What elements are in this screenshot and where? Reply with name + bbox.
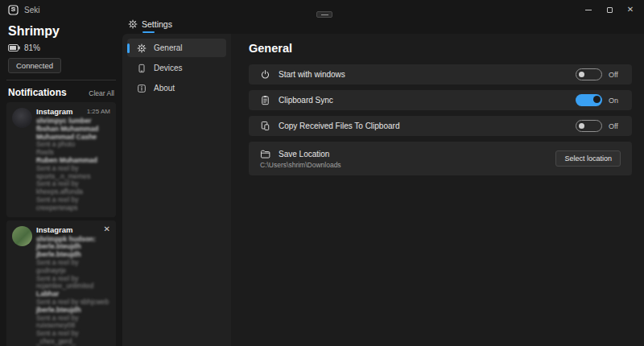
close-icon: ✕ [627, 6, 634, 14]
notification-avatar [12, 108, 32, 128]
window-controls: ✕ [578, 0, 641, 19]
device-sidebar: Shrimpy 81% Connected Notifications Clea… [0, 19, 122, 346]
sidebar-item-about[interactable]: About [127, 79, 226, 97]
notification-card[interactable]: Instagram✕shrimppk hudson: jberle.bteujd… [6, 220, 116, 346]
maximize-icon [607, 7, 613, 13]
setting-row-copy-received-files: Copy Received Files To Clipboard Off [249, 116, 632, 136]
notification-line: Sent a reel by ruixsemey08 [36, 315, 110, 331]
device-icon [137, 64, 147, 73]
general-settings-panel: General Start with windows Off [231, 34, 644, 346]
notification-line: Sent a reel by sports_.n_memes [36, 165, 110, 181]
notification-timestamp: 1:25 AM [87, 108, 110, 115]
select-location-button[interactable]: Select location [555, 150, 621, 167]
minimize-button[interactable] [578, 2, 599, 18]
setting-label: Save Location [279, 150, 555, 159]
close-button[interactable]: ✕ [620, 2, 641, 18]
setting-row-save-location: Save Location C:\Users\shrim\Downloads S… [249, 142, 632, 175]
setting-label: Copy Received Files To Clipboard [279, 122, 576, 130]
sidebar-item-general[interactable]: General [127, 39, 226, 57]
tab-strip: Settings [122, 19, 644, 34]
app-title: Seki [24, 6, 39, 14]
device-name: Shrimpy [0, 23, 122, 39]
save-location-path: C:\Users\shrim\Downloads [260, 161, 555, 169]
connection-status-badge[interactable]: Connected [8, 58, 61, 73]
clipboard-sync-toggle[interactable] [576, 94, 602, 106]
setting-row-start-with-windows: Start with windows Off [249, 64, 632, 84]
toggle-state-label: Off [609, 122, 621, 130]
notification-app-name: Instagram [36, 107, 87, 116]
copy-received-files-toggle[interactable] [576, 120, 602, 132]
drag-handle-pill[interactable] [316, 11, 332, 18]
notification-list: Instagram1:25 AMshrimpyc lumber fbshan M… [0, 102, 122, 346]
notification-card[interactable]: Instagram1:25 AMshrimpyc lumber fbshan M… [6, 102, 116, 217]
notification-body: shrimppk hudson: jberle.bteujdhjberle.bt… [36, 236, 110, 346]
battery-percent: 81% [24, 43, 40, 52]
notification-line: shrimpyc lumber fbshan Muhammad [36, 117, 110, 134]
notification-line: Sent a reel by godnayrje [36, 259, 110, 275]
notification-line: Sent a reel by _chex_gerd_ [36, 330, 110, 346]
notification-close-icon[interactable]: ✕ [104, 225, 110, 233]
battery-status: 81% [0, 39, 122, 52]
clipboard-icon [260, 95, 270, 105]
notification-line: Sent a reel by kheeps.affonda [36, 180, 110, 196]
active-tab-indicator [142, 31, 155, 34]
battery-icon [8, 44, 20, 51]
info-icon [137, 84, 147, 93]
sidebar-item-devices[interactable]: Devices [127, 59, 226, 77]
copy-icon [260, 121, 270, 131]
notification-line: Sent a reel by creepersnaps [36, 196, 110, 212]
sidebar-item-label: General [154, 43, 183, 52]
notification-body: shrimpyc lumber fbshan MuhammadMuhammad … [36, 117, 110, 212]
notifications-heading: Notifications [8, 87, 67, 98]
setting-label: Start with windows [279, 70, 576, 79]
tab-settings[interactable]: Settings [128, 19, 172, 33]
page-title: General [249, 42, 632, 55]
notification-line: Sent a reel by rejamlee_unlimited [36, 275, 110, 291]
notification-line: shrimppk hudson: jberle.bteujdh [36, 236, 110, 252]
setting-label: Clipboard Sync [279, 96, 576, 105]
sidebar-item-label: Devices [154, 64, 183, 72]
sidebar-item-label: About [154, 84, 175, 93]
title-bar: Seki ✕ [0, 0, 644, 19]
gear-icon [128, 19, 138, 29]
clear-all-link[interactable]: Clear All [89, 89, 114, 97]
toggle-state-label: Off [609, 71, 621, 79]
folder-icon [260, 149, 270, 159]
selected-indicator [127, 43, 130, 53]
minimize-icon [585, 10, 592, 10]
notification-avatar [12, 226, 32, 246]
toggle-state-label: On [609, 97, 621, 105]
settings-nav-panel: General Devices About [122, 34, 231, 346]
seki-logo-icon [8, 5, 19, 15]
start-with-windows-toggle[interactable] [576, 68, 602, 80]
gear-icon [137, 43, 147, 53]
maximize-button[interactable] [599, 2, 620, 18]
notification-app-name: Instagram [36, 225, 104, 234]
power-icon [260, 69, 270, 80]
setting-row-clipboard-sync: Clipboard Sync On [249, 90, 632, 110]
tab-settings-label: Settings [142, 19, 172, 29]
